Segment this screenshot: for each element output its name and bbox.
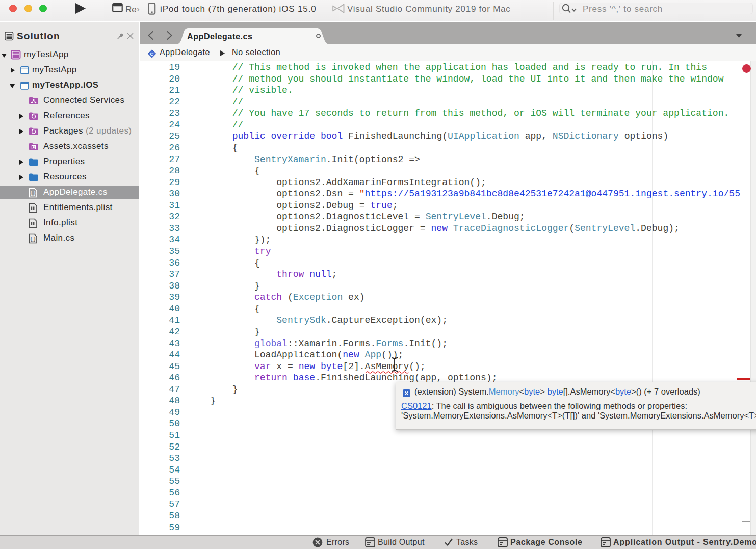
- svg-text:{}: {}: [30, 236, 36, 242]
- svg-text:C: C: [150, 51, 154, 57]
- svg-text:{}: {}: [30, 190, 36, 196]
